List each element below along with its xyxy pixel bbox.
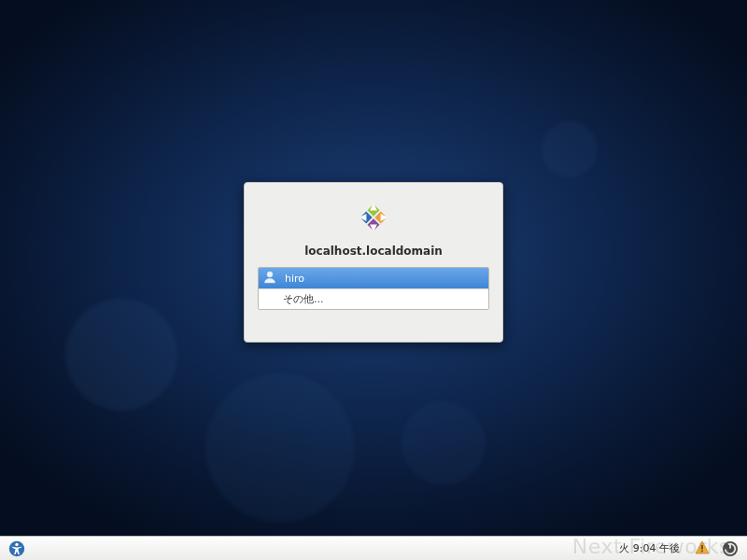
hostname-label: localhost.localdomain xyxy=(258,245,489,258)
desktop-background: localhost.localdomain hiro その他... xyxy=(0,0,747,560)
bokeh-decoration xyxy=(542,121,598,177)
user-row-other[interactable]: その他... xyxy=(259,288,488,309)
svg-rect-7 xyxy=(701,545,703,550)
svg-point-6 xyxy=(15,542,18,545)
power-icon[interactable] xyxy=(721,539,740,558)
battery-warning-icon[interactable] xyxy=(693,539,712,558)
user-icon xyxy=(262,270,277,287)
login-panel: localhost.localdomain hiro その他... xyxy=(244,182,503,343)
user-row-label: hiro xyxy=(285,273,483,285)
bokeh-decoration xyxy=(65,299,177,411)
panel-clock[interactable]: 火 9:04 午後 xyxy=(615,541,684,555)
user-list: hiro その他... xyxy=(258,267,489,310)
svg-rect-11 xyxy=(729,542,731,548)
user-row-hiro[interactable]: hiro xyxy=(259,268,488,288)
svg-rect-8 xyxy=(701,550,703,552)
svg-point-4 xyxy=(267,272,273,277)
other-users-label: その他... xyxy=(262,292,483,306)
bokeh-decoration xyxy=(205,373,355,523)
accessibility-icon[interactable] xyxy=(7,539,26,558)
distro-logo xyxy=(258,196,489,239)
bokeh-decoration xyxy=(402,401,486,485)
centos-logo-icon xyxy=(352,196,395,239)
bottom-panel: 火 9:04 午後 xyxy=(0,536,747,560)
